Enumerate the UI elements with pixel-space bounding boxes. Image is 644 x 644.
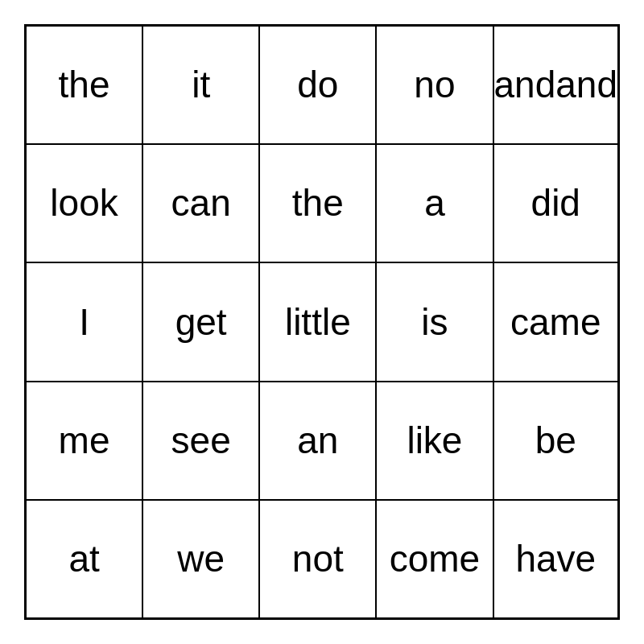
cell-0-1: it bbox=[142, 26, 259, 144]
cell-1-0: look bbox=[26, 144, 142, 262]
cell-3-3: like bbox=[376, 382, 493, 500]
cell-4-1: we bbox=[142, 500, 259, 618]
cell-2-1: get bbox=[142, 262, 259, 381]
cell-2-4: came bbox=[493, 262, 619, 381]
cell-2-3: is bbox=[376, 262, 493, 381]
cell-3-0: me bbox=[26, 382, 142, 500]
cell-3-1: see bbox=[142, 382, 259, 500]
cell-2-2: little bbox=[259, 262, 376, 381]
cell-3-4: be bbox=[493, 382, 619, 500]
cell-0-3: no bbox=[376, 26, 493, 144]
cell-0-0: the bbox=[26, 26, 142, 144]
cell-1-4: did bbox=[493, 144, 619, 262]
cell-3-2: an bbox=[259, 382, 376, 500]
cell-1-1: can bbox=[142, 144, 259, 262]
cell-4-3: come bbox=[376, 500, 493, 618]
bingo-grid: theitdonoandandlookcantheadidIgetlittlei… bbox=[24, 24, 620, 620]
cell-4-0: at bbox=[26, 500, 142, 618]
cell-4-4: have bbox=[493, 500, 619, 618]
cell-0-4: andand bbox=[493, 26, 619, 144]
cell-4-2: not bbox=[259, 500, 376, 618]
cell-0-2: do bbox=[259, 26, 376, 144]
cell-2-0: I bbox=[26, 262, 142, 381]
cell-1-3: a bbox=[376, 144, 493, 262]
cell-1-2: the bbox=[259, 144, 376, 262]
